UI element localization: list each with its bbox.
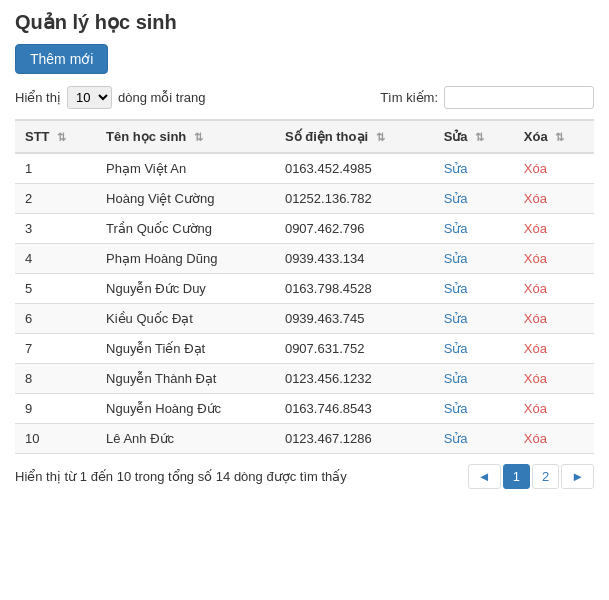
cell-edit[interactable]: Sửa xyxy=(434,274,514,304)
prev-page-button[interactable]: ◄ xyxy=(468,464,501,489)
col-delete: Xóa ⇅ xyxy=(514,120,594,153)
cell-stt: 10 xyxy=(15,424,96,454)
sort-icon-delete[interactable]: ⇅ xyxy=(555,131,564,144)
cell-delete[interactable]: Xóa xyxy=(514,153,594,184)
cell-name: Lê Anh Đức xyxy=(96,424,275,454)
cell-edit[interactable]: Sửa xyxy=(434,184,514,214)
cell-name: Trần Quốc Cường xyxy=(96,214,275,244)
delete-link[interactable]: Xóa xyxy=(524,251,547,266)
cell-stt: 8 xyxy=(15,364,96,394)
cell-phone: 01252.136.782 xyxy=(275,184,434,214)
per-page-select[interactable]: 5102550 xyxy=(67,86,112,109)
edit-link[interactable]: Sửa xyxy=(444,281,468,296)
cell-edit[interactable]: Sửa xyxy=(434,424,514,454)
table-row: 10 Lê Anh Đức 0123.467.1286 Sửa Xóa xyxy=(15,424,594,454)
cell-delete[interactable]: Xóa xyxy=(514,334,594,364)
search-control: Tìm kiếm: xyxy=(380,86,594,109)
cell-delete[interactable]: Xóa xyxy=(514,394,594,424)
edit-link[interactable]: Sửa xyxy=(444,371,468,386)
cell-phone: 0163.746.8543 xyxy=(275,394,434,424)
table-controls: Hiển thị 5102550 dòng mỗi trang Tìm kiếm… xyxy=(15,86,594,109)
cell-name: Kiều Quốc Đạt xyxy=(96,304,275,334)
delete-link[interactable]: Xóa xyxy=(524,401,547,416)
delete-link[interactable]: Xóa xyxy=(524,311,547,326)
next-page-button[interactable]: ► xyxy=(561,464,594,489)
table-row: 9 Nguyễn Hoàng Đức 0163.746.8543 Sửa Xóa xyxy=(15,394,594,424)
col-stt: STT ⇅ xyxy=(15,120,96,153)
pagination: ◄12► xyxy=(468,464,594,489)
cell-delete[interactable]: Xóa xyxy=(514,244,594,274)
cell-edit[interactable]: Sửa xyxy=(434,304,514,334)
cell-stt: 7 xyxy=(15,334,96,364)
show-label: Hiển thị xyxy=(15,90,61,105)
edit-link[interactable]: Sửa xyxy=(444,251,468,266)
cell-phone: 0907.462.796 xyxy=(275,214,434,244)
page-button-2[interactable]: 2 xyxy=(532,464,559,489)
sort-icon-stt[interactable]: ⇅ xyxy=(57,131,66,144)
delete-link[interactable]: Xóa xyxy=(524,281,547,296)
cell-name: Phạm Hoàng Dũng xyxy=(96,244,275,274)
cell-phone: 0939.463.745 xyxy=(275,304,434,334)
header-row: STT ⇅ Tên học sinh ⇅ Số điện thoại ⇅ Sửa… xyxy=(15,120,594,153)
delete-link[interactable]: Xóa xyxy=(524,341,547,356)
cell-phone: 0123.456.1232 xyxy=(275,364,434,394)
cell-name: Nguyễn Đức Duy xyxy=(96,274,275,304)
cell-edit[interactable]: Sửa xyxy=(434,364,514,394)
cell-name: Hoàng Việt Cường xyxy=(96,184,275,214)
cell-name: Nguyễn Hoàng Đức xyxy=(96,394,275,424)
edit-link[interactable]: Sửa xyxy=(444,341,468,356)
table-body: 1 Phạm Việt An 0163.452.4985 Sửa Xóa 2 H… xyxy=(15,153,594,454)
cell-stt: 4 xyxy=(15,244,96,274)
delete-link[interactable]: Xóa xyxy=(524,191,547,206)
page-title: Quản lý học sinh xyxy=(15,10,594,34)
table-row: 2 Hoàng Việt Cường 01252.136.782 Sửa Xóa xyxy=(15,184,594,214)
cell-stt: 5 xyxy=(15,274,96,304)
col-name: Tên học sinh ⇅ xyxy=(96,120,275,153)
cell-stt: 9 xyxy=(15,394,96,424)
per-page-control: Hiển thị 5102550 dòng mỗi trang xyxy=(15,86,205,109)
cell-edit[interactable]: Sửa xyxy=(434,153,514,184)
cell-delete[interactable]: Xóa xyxy=(514,214,594,244)
summary-text: Hiển thị từ 1 đến 10 trong tổng số 14 dò… xyxy=(15,469,347,484)
cell-delete[interactable]: Xóa xyxy=(514,184,594,214)
edit-link[interactable]: Sửa xyxy=(444,161,468,176)
edit-link[interactable]: Sửa xyxy=(444,311,468,326)
add-new-button[interactable]: Thêm mới xyxy=(15,44,108,74)
delete-link[interactable]: Xóa xyxy=(524,161,547,176)
cell-phone: 0907.631.752 xyxy=(275,334,434,364)
sort-icon-edit[interactable]: ⇅ xyxy=(475,131,484,144)
search-input[interactable] xyxy=(444,86,594,109)
page-button-1[interactable]: 1 xyxy=(503,464,530,489)
sort-icon-name[interactable]: ⇅ xyxy=(194,131,203,144)
table-row: 1 Phạm Việt An 0163.452.4985 Sửa Xóa xyxy=(15,153,594,184)
edit-link[interactable]: Sửa xyxy=(444,191,468,206)
cell-edit[interactable]: Sửa xyxy=(434,214,514,244)
cell-delete[interactable]: Xóa xyxy=(514,304,594,334)
col-edit: Sửa ⇅ xyxy=(434,120,514,153)
search-label: Tìm kiếm: xyxy=(380,90,438,105)
cell-delete[interactable]: Xóa xyxy=(514,364,594,394)
delete-link[interactable]: Xóa xyxy=(524,431,547,446)
table-footer: Hiển thị từ 1 đến 10 trong tổng số 14 dò… xyxy=(15,464,594,489)
cell-stt: 6 xyxy=(15,304,96,334)
col-phone: Số điện thoại ⇅ xyxy=(275,120,434,153)
students-table: STT ⇅ Tên học sinh ⇅ Số điện thoại ⇅ Sửa… xyxy=(15,119,594,454)
edit-link[interactable]: Sửa xyxy=(444,401,468,416)
delete-link[interactable]: Xóa xyxy=(524,371,547,386)
cell-delete[interactable]: Xóa xyxy=(514,274,594,304)
cell-edit[interactable]: Sửa xyxy=(434,334,514,364)
cell-edit[interactable]: Sửa xyxy=(434,244,514,274)
edit-link[interactable]: Sửa xyxy=(444,431,468,446)
table-row: 6 Kiều Quốc Đạt 0939.463.745 Sửa Xóa xyxy=(15,304,594,334)
delete-link[interactable]: Xóa xyxy=(524,221,547,236)
edit-link[interactable]: Sửa xyxy=(444,221,468,236)
sort-icon-phone[interactable]: ⇅ xyxy=(376,131,385,144)
cell-delete[interactable]: Xóa xyxy=(514,424,594,454)
table-row: 7 Nguyễn Tiến Đạt 0907.631.752 Sửa Xóa xyxy=(15,334,594,364)
cell-phone: 0939.433.134 xyxy=(275,244,434,274)
cell-stt: 3 xyxy=(15,214,96,244)
cell-name: Nguyễn Thành Đạt xyxy=(96,364,275,394)
table-row: 4 Phạm Hoàng Dũng 0939.433.134 Sửa Xóa xyxy=(15,244,594,274)
cell-phone: 0163.452.4985 xyxy=(275,153,434,184)
cell-edit[interactable]: Sửa xyxy=(434,394,514,424)
